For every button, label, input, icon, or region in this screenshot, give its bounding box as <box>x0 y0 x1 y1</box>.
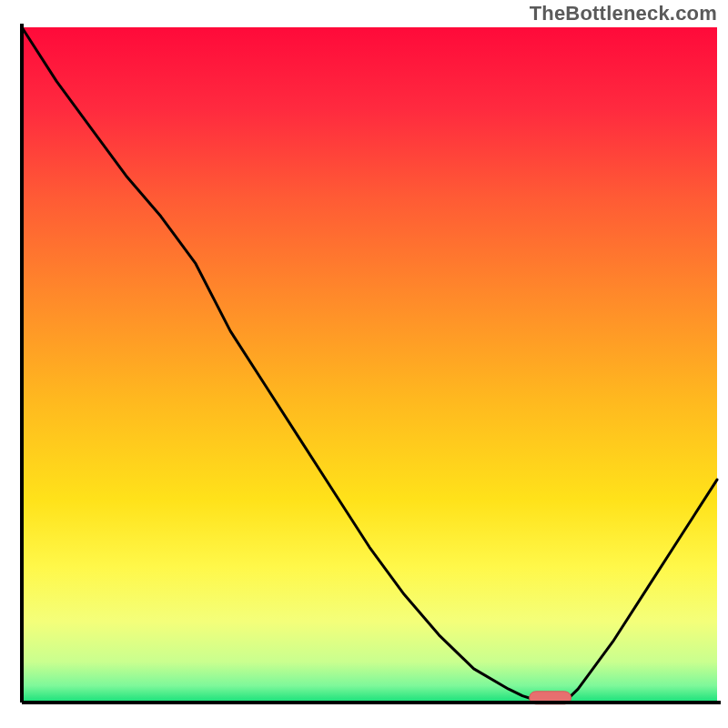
bottleneck-chart <box>0 0 728 728</box>
gradient-background <box>22 27 717 703</box>
chart-frame: TheBottleneck.com <box>0 0 728 728</box>
heat-gradient <box>22 27 717 703</box>
